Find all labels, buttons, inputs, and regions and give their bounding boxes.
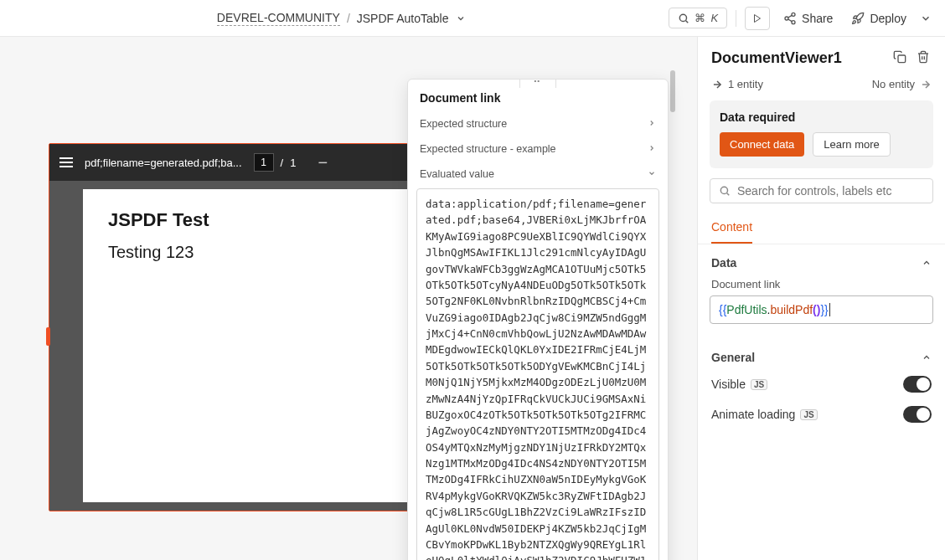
property-tabs: Content [698, 212, 945, 244]
expected-structure-row[interactable]: Expected structure [408, 111, 668, 136]
svg-rect-8 [898, 55, 906, 63]
row-label: Evaluated value [420, 168, 494, 180]
section-general-label: General [711, 351, 755, 364]
section-data-label: Data [711, 256, 736, 270]
share-button[interactable]: Share [778, 8, 838, 28]
search-icon [719, 185, 731, 197]
data-required-card: Data required Connect data Learn more [710, 100, 933, 168]
svg-line-6 [788, 19, 793, 22]
popover-title: Document link [408, 88, 668, 111]
pdf-filename: pdf;filename=generated.pdf;ba... [85, 157, 242, 169]
row-label: Expected structure [420, 118, 507, 130]
pdf-page-indicator: 1 / 1 [254, 153, 297, 172]
animate-loading-toggle[interactable] [903, 406, 932, 423]
deploy-button[interactable]: Deploy [846, 8, 911, 28]
play-icon [752, 13, 762, 23]
code-function: buildPdf [770, 303, 813, 316]
svg-line-1 [686, 20, 689, 23]
chevron-down-icon[interactable] [456, 13, 466, 23]
svg-point-11 [720, 187, 727, 193]
chevron-down-icon[interactable] [920, 13, 932, 24]
copy-button[interactable] [891, 49, 908, 68]
code-mustache-open: {{ [719, 303, 726, 316]
breadcrumb-app[interactable]: JSPDF AutoTable [357, 12, 449, 25]
svg-point-0 [680, 14, 687, 21]
row-label: Expected structure - example [420, 143, 556, 155]
chevron-up-icon [922, 258, 932, 268]
deploy-label: Deploy [870, 12, 906, 25]
search-icon [678, 13, 689, 24]
omnibar-search-button[interactable]: ⌘ K [669, 8, 727, 28]
widget-name[interactable]: DocumentViewer1 [711, 49, 885, 67]
document-link-label: Document link [698, 275, 945, 295]
svg-marker-2 [755, 14, 761, 22]
breadcrumb-org[interactable]: DEVREL-COMMUNITY [217, 11, 340, 26]
controls-search-input[interactable] [710, 178, 933, 203]
evaluated-value-popover: ⠿ Document link Expected structure Expec… [407, 79, 669, 560]
delete-button[interactable] [915, 49, 932, 68]
no-entity-label: No entity [872, 78, 915, 90]
scrollbar[interactable] [670, 70, 675, 112]
chevron-right-icon [648, 118, 656, 130]
no-entity-link[interactable]: No entity [872, 78, 932, 90]
chevron-right-icon [648, 143, 656, 155]
entity-link[interactable]: 1 entity [711, 78, 763, 90]
animate-loading-label: Animate loading [711, 408, 795, 421]
evaluated-value-content[interactable]: data:application/pdf;filename=generated.… [416, 188, 659, 560]
rocket-icon [851, 12, 865, 25]
arrow-right-icon [711, 79, 723, 90]
share-icon [783, 12, 797, 25]
visible-label: Visible [711, 378, 746, 391]
shortcut-label: K [710, 12, 718, 24]
js-badge[interactable]: JS [800, 409, 817, 420]
section-data[interactable]: Data [698, 244, 945, 275]
hamburger-icon[interactable] [59, 157, 73, 167]
breadcrumb: DEVREL-COMMUNITY / JSPDF AutoTable [13, 11, 669, 26]
controls-search-field[interactable] [737, 184, 924, 198]
canvas[interactable]: pdf;filename=generated.pdf;ba... 1 / 1 −… [0, 37, 698, 560]
arrow-right-icon [920, 79, 932, 90]
code-object: PdfUtils [726, 303, 767, 316]
drag-handle-icon[interactable]: ⠿ [519, 79, 556, 88]
run-button[interactable] [745, 7, 770, 30]
evaluated-value-row[interactable]: Evaluated value [408, 162, 668, 187]
expected-structure-example-row[interactable]: Expected structure - example [408, 136, 668, 162]
svg-point-3 [792, 13, 795, 16]
shortcut-label: ⌘ [695, 12, 705, 24]
trash-icon [917, 50, 930, 64]
breadcrumb-separator: / [347, 12, 350, 25]
zoom-out-icon[interactable]: − [318, 153, 328, 172]
properties-panel: DocumentViewer1 1 entity No entity Data … [698, 37, 945, 560]
resize-handle[interactable] [46, 327, 50, 346]
total-pages: 1 [290, 157, 296, 169]
entity-count: 1 entity [728, 78, 763, 90]
document-link-input[interactable]: {{PdfUtils.buildPdf()}} [710, 295, 933, 324]
share-label: Share [802, 12, 833, 25]
tab-content[interactable]: Content [711, 215, 752, 244]
svg-point-4 [785, 17, 788, 20]
svg-point-5 [792, 20, 795, 23]
copy-icon [893, 50, 906, 64]
section-general[interactable]: General [698, 339, 945, 369]
connect-data-button[interactable]: Connect data [720, 132, 804, 157]
data-required-title: Data required [720, 110, 923, 124]
code-parens: () [813, 303, 820, 316]
chevron-down-icon [648, 168, 656, 180]
svg-line-12 [727, 193, 730, 196]
svg-line-7 [788, 15, 793, 18]
learn-more-button[interactable]: Learn more [813, 132, 890, 157]
divider [736, 10, 736, 27]
visible-toggle[interactable] [903, 376, 932, 393]
js-badge[interactable]: JS [751, 379, 767, 390]
chevron-up-icon [922, 352, 932, 362]
current-page-input[interactable]: 1 [254, 153, 274, 172]
code-mustache-close: }} [820, 303, 828, 316]
